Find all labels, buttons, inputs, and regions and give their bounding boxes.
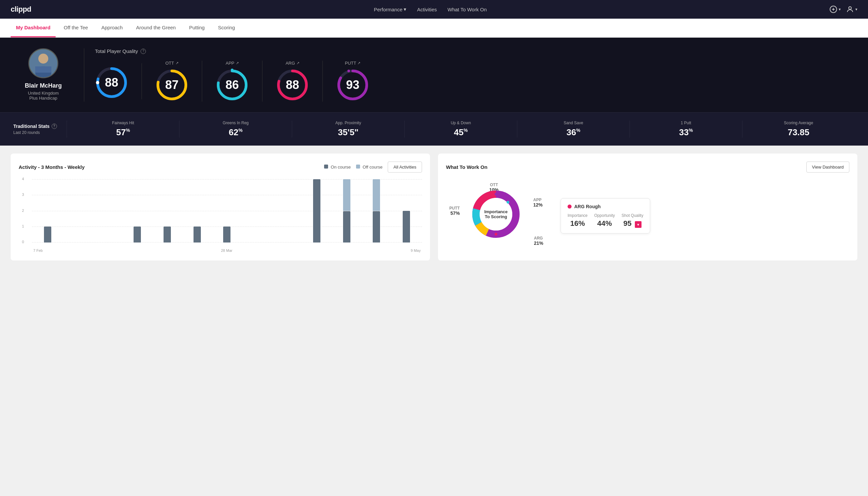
- tab-approach[interactable]: Approach: [96, 19, 128, 37]
- tab-putting[interactable]: Putting: [184, 19, 210, 37]
- bar-on-10: [343, 211, 350, 243]
- score-putt-circle: 93: [336, 68, 369, 102]
- donut-center-line1: Importance: [484, 209, 508, 214]
- on-course-dot: [324, 165, 328, 169]
- svg-rect-7: [35, 66, 52, 73]
- svg-point-3: [849, 7, 851, 9]
- score-arg-value: 88: [286, 78, 299, 92]
- flag-icon: ▼: [635, 221, 642, 228]
- player-name: Blair McHarg: [25, 82, 62, 89]
- arg-rough-card: ARG Rough Importance 16% Opportunity 44%…: [561, 198, 650, 234]
- bar-group-8: [272, 179, 301, 243]
- help-icon[interactable]: ?: [141, 49, 146, 54]
- arg-label: ARG 21%: [534, 236, 543, 246]
- trad-stats-subtitle: Last 20 rounds: [13, 130, 67, 135]
- chevron-down-icon: ▾: [855, 7, 857, 12]
- score-arg-circle: 88: [276, 68, 309, 102]
- on-course-legend: On course: [324, 165, 351, 170]
- traditional-stats-section: Traditional Stats ? Last 20 rounds Fairw…: [0, 112, 868, 145]
- what-panel-title: What To Work On: [446, 164, 487, 170]
- what-panel-header: What To Work On View Dashboard: [446, 161, 849, 173]
- tab-around-the-green[interactable]: Around the Green: [130, 19, 181, 37]
- bar-group-3: [123, 179, 152, 243]
- stat-app-proximity: App. Proximity 35'5": [292, 121, 404, 138]
- arg-metric-shot-quality: Shot Quality 95 ▼: [621, 213, 643, 228]
- bar-group-6: [213, 179, 241, 243]
- stat-updown-value: 45%: [454, 127, 468, 138]
- score-total-circle: 88: [95, 66, 128, 99]
- off-course-dot: [356, 165, 360, 169]
- putt-trend-icon: ↗: [358, 61, 360, 65]
- bar-group-4: [153, 179, 182, 243]
- bar-group-2: [93, 179, 122, 243]
- score-app-circle: 86: [216, 68, 249, 102]
- bars-container: [32, 179, 422, 243]
- bar-group-0: [33, 179, 62, 243]
- stat-fairways-value: 57%: [116, 127, 130, 138]
- stat-sandsave-value: 36%: [567, 127, 580, 138]
- score-putt: PUTT ↗ 93: [323, 61, 383, 102]
- stat-greens-in-reg: Greens In Reg 62%: [179, 121, 292, 138]
- svg-point-16: [231, 68, 234, 71]
- stat-proximity-value: 35'5": [338, 127, 359, 138]
- tab-scoring[interactable]: Scoring: [212, 19, 240, 37]
- all-activities-button[interactable]: All Activities: [388, 161, 422, 173]
- scores-row: 88 OTT ↗ 87: [95, 61, 855, 102]
- nav-activities[interactable]: Activities: [417, 7, 437, 12]
- score-app: APP ↗ 86: [202, 61, 263, 102]
- x-axis-labels: 7 Feb 28 Mar 9 May: [32, 248, 422, 252]
- stat-sand-save: Sand Save 36%: [517, 121, 630, 138]
- bar-on-5: [193, 227, 201, 243]
- donut-center-line2: To Scoring: [485, 214, 507, 219]
- bar-group-7: [242, 179, 271, 243]
- x-label-mar: 28 Mar: [221, 248, 232, 252]
- svg-point-19: [291, 98, 294, 100]
- stat-fairways-hit: Fairways Hit 57%: [67, 121, 179, 138]
- stat-greens-value: 62%: [229, 127, 242, 138]
- chevron-down-icon: ▾: [404, 6, 406, 12]
- trad-help-icon[interactable]: ?: [52, 124, 57, 129]
- logo[interactable]: clippd: [11, 5, 31, 14]
- user-menu-button[interactable]: ▾: [846, 5, 857, 13]
- score-total-value: 88: [105, 76, 118, 90]
- nav-performance[interactable]: Performance ▾: [374, 6, 406, 12]
- bar-off-10: [343, 179, 350, 211]
- score-ott-circle: 87: [155, 68, 189, 102]
- bar-on-0: [44, 227, 51, 243]
- activity-chart-title: Activity - 3 Months - Weekly: [19, 164, 84, 170]
- tab-my-dashboard[interactable]: My Dashboard: [11, 19, 56, 37]
- score-ott: OTT ↗ 87: [142, 61, 202, 102]
- avatar: [28, 48, 58, 78]
- tab-bar: My Dashboard Off the Tee Approach Around…: [0, 19, 868, 37]
- bar-on-6: [223, 227, 231, 243]
- view-dashboard-button[interactable]: View Dashboard: [806, 161, 849, 173]
- score-total: 88: [95, 63, 142, 99]
- trad-stats-title: Traditional Stats ?: [13, 124, 67, 129]
- app-trend-icon: ↗: [236, 61, 239, 65]
- svg-point-5: [38, 53, 48, 64]
- player-info: Blair McHarg United Kingdom Plus Handica…: [13, 48, 73, 100]
- bar-group-10: [332, 179, 361, 243]
- arg-metrics: Importance 16% Opportunity 44% Shot Qual…: [568, 213, 643, 228]
- bar-on-4: [163, 227, 171, 243]
- nav-right: ▾ ▾: [830, 5, 857, 13]
- top-navigation: clippd Performance ▾ Activities What To …: [0, 0, 868, 19]
- bar-group-11: [362, 179, 391, 243]
- ott-trend-icon: ↗: [175, 61, 178, 65]
- donut-center: Importance To Scoring: [469, 188, 523, 241]
- add-button[interactable]: ▾: [830, 5, 841, 13]
- arg-metric-importance: Importance 16%: [568, 213, 587, 228]
- hero-section: Blair McHarg United Kingdom Plus Handica…: [0, 37, 868, 112]
- score-putt-value: 93: [346, 78, 359, 92]
- nav-what-to-work-on[interactable]: What To Work On: [448, 7, 487, 12]
- bar-off-11: [373, 179, 380, 211]
- bar-on-9: [313, 179, 320, 243]
- activity-chart-panel: Activity - 3 Months - Weekly On course O…: [11, 154, 430, 261]
- what-panel-body: OTT 10% APP 12% ARG 21% PUTT 57%: [446, 179, 849, 252]
- scores-section: Total Player Quality ? 88: [84, 48, 855, 102]
- what-to-work-on-panel: What To Work On View Dashboard OTT 10% A…: [438, 154, 857, 261]
- tab-off-the-tee[interactable]: Off the Tee: [58, 19, 93, 37]
- chart-legend: On course Off course: [324, 165, 382, 170]
- arg-trend-icon: ↗: [297, 61, 299, 65]
- bar-group-9: [302, 179, 331, 243]
